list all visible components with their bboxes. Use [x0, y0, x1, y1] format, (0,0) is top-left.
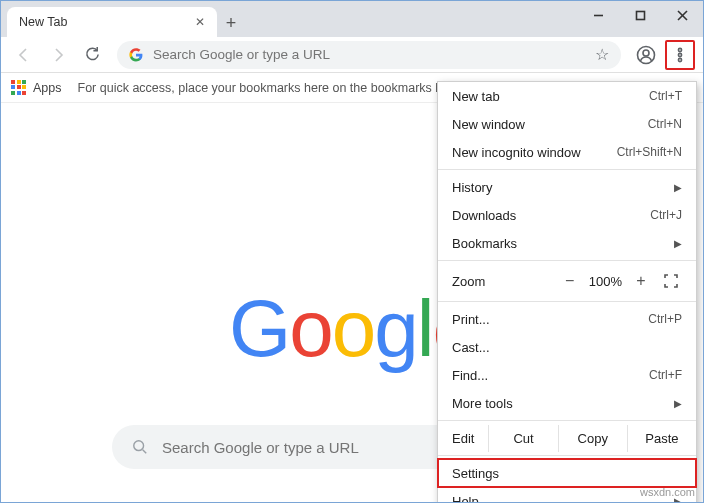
menu-edit: Edit Cut Copy Paste [438, 424, 696, 452]
menu-incognito[interactable]: New incognito windowCtrl+Shift+N [438, 138, 696, 166]
menu-new-window[interactable]: New windowCtrl+N [438, 110, 696, 138]
new-tab-button[interactable]: + [217, 9, 245, 37]
svg-line-10 [143, 450, 147, 454]
kebab-menu-button[interactable] [665, 40, 695, 70]
svg-point-5 [643, 50, 649, 56]
edit-copy[interactable]: Copy [558, 425, 627, 452]
titlebar: New Tab ✕ + [1, 1, 703, 37]
apps-icon [11, 80, 27, 96]
chevron-right-icon: ▶ [674, 182, 682, 193]
tab-title: New Tab [19, 15, 67, 29]
back-button[interactable] [9, 40, 39, 70]
search-icon [132, 439, 148, 455]
svg-point-6 [678, 48, 681, 51]
browser-tab[interactable]: New Tab ✕ [7, 7, 217, 37]
svg-point-4 [638, 46, 655, 63]
menu-separator [438, 455, 696, 456]
menu-print[interactable]: Print...Ctrl+P [438, 305, 696, 333]
menu-more-tools[interactable]: More tools▶ [438, 389, 696, 417]
fullscreen-button[interactable] [660, 270, 682, 292]
menu-bookmarks[interactable]: Bookmarks▶ [438, 229, 696, 257]
menu-separator [438, 420, 696, 421]
menu-new-tab[interactable]: New tabCtrl+T [438, 82, 696, 110]
svg-point-8 [678, 58, 681, 61]
toolbar: ☆ [1, 37, 703, 73]
zoom-in-button[interactable]: + [630, 270, 652, 292]
menu-history[interactable]: History▶ [438, 173, 696, 201]
chevron-right-icon: ▶ [674, 238, 682, 249]
forward-button[interactable] [43, 40, 73, 70]
star-icon[interactable]: ☆ [595, 45, 609, 64]
maximize-button[interactable] [619, 1, 661, 29]
menu-find[interactable]: Find...Ctrl+F [438, 361, 696, 389]
close-window-button[interactable] [661, 1, 703, 29]
menu-separator [438, 260, 696, 261]
zoom-out-button[interactable]: − [559, 270, 581, 292]
menu-separator [438, 169, 696, 170]
minimize-button[interactable] [577, 1, 619, 29]
profile-icon[interactable] [631, 40, 661, 70]
menu-separator [438, 301, 696, 302]
apps-button[interactable]: Apps [11, 80, 62, 96]
edit-cut[interactable]: Cut [488, 425, 557, 452]
menu-cast[interactable]: Cast... [438, 333, 696, 361]
menu-downloads[interactable]: DownloadsCtrl+J [438, 201, 696, 229]
google-icon [129, 48, 143, 62]
chevron-right-icon: ▶ [674, 398, 682, 409]
svg-point-7 [678, 53, 681, 56]
close-tab-icon[interactable]: ✕ [193, 15, 207, 29]
chrome-menu: New tabCtrl+T New windowCtrl+N New incog… [437, 81, 697, 503]
omnibox[interactable]: ☆ [117, 41, 621, 69]
apps-label: Apps [33, 81, 62, 95]
window-controls [577, 1, 703, 29]
svg-point-9 [134, 441, 144, 451]
edit-paste[interactable]: Paste [627, 425, 696, 452]
menu-zoom: Zoom − 100% + [438, 264, 696, 298]
svg-rect-1 [636, 11, 644, 19]
menu-settings[interactable]: Settings [438, 459, 696, 487]
zoom-value: 100% [589, 274, 622, 289]
watermark: wsxdn.com [640, 486, 695, 498]
omnibox-input[interactable] [153, 47, 585, 62]
reload-button[interactable] [77, 40, 107, 70]
bookmark-hint: For quick access, place your bookmarks h… [78, 81, 450, 95]
